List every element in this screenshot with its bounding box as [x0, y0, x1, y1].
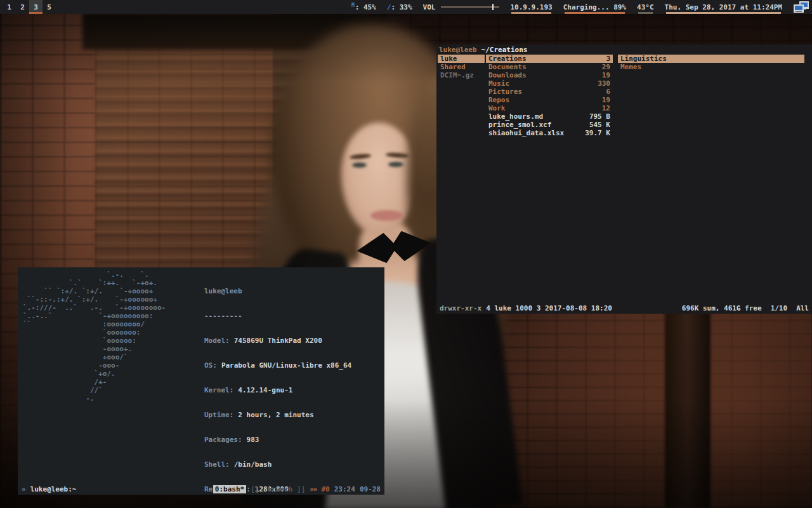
workspace-tags: 1 2 3 5 [3, 0, 56, 14]
status-modules: M: 45% /: 33% VOL 10.9.9.193 Charging...… [341, 0, 812, 14]
file-row[interactable]: Downloads19 [486, 71, 613, 79]
preview-dir-row[interactable]: Linguistics [618, 55, 804, 63]
file-name: luke_hours.md [488, 112, 543, 121]
info-row: OS:Parabola GNU/Linux-libre x86_64 [204, 361, 360, 370]
file-size: 39.7 K [585, 129, 610, 137]
dir-name: Pictures [488, 88, 522, 96]
file-row[interactable]: Pictures6 [486, 88, 613, 96]
file-name: shiaohui_data.xlsx [488, 129, 564, 137]
tmux-host-path: luke@leeb:~ [30, 485, 77, 493]
filter-indicator: All [796, 304, 809, 312]
file-details: 4 luke 1000 3 2017-08-08 18:20 [486, 304, 612, 312]
item-count: 330 [598, 79, 610, 88]
neofetch-host: luke@leeb [204, 287, 360, 295]
info-label: Shell: [204, 460, 230, 469]
status-bar: 1 2 3 5 M: 45% /: 33% VOL 10.9.9.193 Cha… [0, 0, 812, 14]
workspace-tag-3[interactable]: 3 [29, 0, 43, 14]
chevron-right-icon: » [22, 485, 26, 493]
ip-address-value: 10.9.9.193 [510, 3, 552, 11]
dir-name: Documents [488, 63, 527, 71]
file-name: DCIM~.gz [440, 71, 474, 79]
info-label: Packages: [204, 436, 242, 444]
battery-status-value: Charging... 89% [563, 3, 626, 11]
dir-name: Music [488, 79, 509, 88]
parent-dir-row[interactable]: Shared [438, 63, 485, 71]
memory-usage-module: M: 45% [351, 0, 376, 14]
neofetch-separator: --------- [204, 312, 360, 320]
file-permissions: drwxr-xr-x [440, 304, 481, 312]
volume-slider[interactable] [441, 6, 499, 8]
memory-usage-value: : 45% [355, 3, 376, 11]
file-row[interactable]: Documents29 [486, 63, 613, 71]
item-count: 29 [602, 63, 610, 71]
info-value: 4.12.14-gnu-1 [238, 386, 292, 394]
tmux-window-tab[interactable]: 0:bash* [213, 485, 246, 493]
info-value: Parabola GNU/Linux-libre x86_64 [221, 361, 351, 370]
info-label: Uptime: [204, 411, 233, 419]
file-row[interactable]: luke_hours.md795 B [486, 112, 613, 121]
info-value: 983 [247, 436, 259, 444]
clock: Thu, Sep 28, 2017 at 11:24PM [665, 0, 782, 14]
dir-name: Creations [488, 55, 527, 63]
file-size: 545 K [589, 121, 610, 129]
tmux-date: 09-28 [360, 485, 381, 493]
memory-icon: M [351, 3, 355, 8]
item-count: 3 [606, 55, 610, 63]
workspace-tag-1[interactable]: 1 [3, 0, 16, 14]
ranger-current-path: ~/Creations [481, 46, 528, 54]
terminal-window[interactable]: `.-. `. `.` `:++. `-+o+. `` `:+/. `:+/. … [18, 267, 384, 495]
double-chevron-icon: »» [310, 485, 317, 493]
item-count: 12 [602, 104, 610, 112]
info-row: Shell:/bin/bash [204, 460, 360, 469]
dir-name: luke [440, 55, 457, 63]
ranger-status-left: drwxr-xr-x4 luke 1000 3 2017-08-08 18:20 [440, 304, 612, 313]
tmux-status-bar: »luke@leeb:~ 0:bash*[[ branch ]]»»#023:2… [18, 484, 384, 495]
dir-name: Shared [440, 63, 466, 71]
item-count: 19 [602, 96, 610, 104]
info-row: Packages:983 [204, 436, 360, 444]
ranger-status-bar: drwxr-xr-x4 luke 1000 3 2017-08-08 18:20… [436, 304, 812, 313]
volume-label: VOL [423, 3, 436, 11]
ip-address: 10.9.9.193 [510, 0, 552, 14]
scroll-position: 1/10 [771, 304, 788, 312]
clock-value: Thu, Sep 28, 2017 at 11:24PM [665, 3, 782, 11]
system-info: luke@leeb --------- Model:745869U ThinkP… [204, 271, 360, 508]
dir-name: Repos [488, 96, 509, 104]
neofetch-output: `.-. `. `.` `:++. `-+o+. `` `:+/. `:+/. … [18, 267, 384, 508]
ranger-columns: luke Shared DCIM~.gz Creations3 Document… [436, 55, 812, 137]
workspace-tag-2[interactable]: 2 [16, 0, 29, 14]
file-row[interactable]: shiaohui_data.xlsx39.7 K [486, 129, 613, 137]
ranger-file-manager-window[interactable]: luke@leeb~/Creations luke Shared DCIM~.g… [436, 44, 812, 314]
tmux-pane-index: #0 [322, 485, 330, 493]
preview-dir-row[interactable]: Memes [618, 63, 804, 71]
ranger-title-line: luke@leeb~/Creations [436, 46, 812, 54]
network-computers-icon[interactable] [793, 1, 809, 13]
dir-name: Downloads [488, 71, 527, 79]
file-row[interactable]: Work12 [486, 104, 613, 112]
volume-slider-knob[interactable] [492, 4, 494, 10]
disk-summary: 696K sum, 461G free [682, 304, 762, 312]
file-row[interactable]: prince_smol.xcf545 K [486, 121, 613, 129]
info-label: OS: [204, 361, 217, 370]
file-row[interactable]: Repos19 [486, 96, 613, 104]
info-label: Model: [204, 337, 230, 345]
tmux-time: 23:24 [334, 485, 355, 493]
file-row[interactable]: Music330 [486, 79, 613, 88]
parent-dir-row[interactable]: luke [438, 55, 485, 63]
file-row[interactable]: Creations3 [486, 55, 613, 63]
temperature: 43°C [637, 0, 654, 14]
ranger-main-column: Creations3 Documents29 Downloads19 Music… [486, 55, 613, 137]
desktop: 1 2 3 5 M: 45% /: 33% VOL 10.9.9.193 Cha… [0, 0, 812, 508]
ranger-user-host: luke@leeb [439, 46, 477, 54]
ranger-status-right: 696K sum, 461G free1/10All [673, 304, 809, 313]
item-count: 6 [606, 88, 610, 96]
parent-file-row[interactable]: DCIM~.gz [438, 71, 485, 79]
git-branch-segment: [[ branch ]] [251, 485, 305, 493]
temperature-value: 43°C [637, 3, 654, 11]
disk-icon: / [387, 3, 391, 11]
ranger-preview-column: Linguistics Memes [618, 55, 804, 137]
item-count: 19 [602, 71, 610, 79]
system-tray [793, 0, 809, 14]
disk-usage-module: /: 33% [387, 0, 412, 14]
workspace-tag-5[interactable]: 5 [43, 0, 56, 14]
